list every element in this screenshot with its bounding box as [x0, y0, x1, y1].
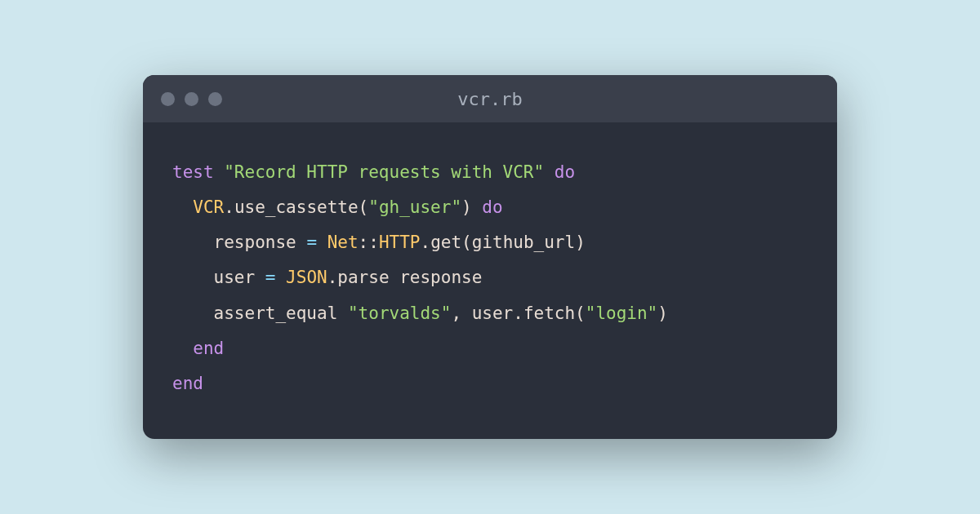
code-line: test "Record HTTP requests with VCR" do [172, 155, 808, 190]
minimize-button[interactable] [185, 92, 198, 106]
code-line: end [172, 366, 808, 401]
window-titlebar: vcr.rb [143, 75, 837, 122]
window-title: vcr.rb [457, 89, 522, 109]
code-line: response = Net::HTTP.get(github_url) [172, 225, 808, 260]
close-button[interactable] [161, 92, 175, 106]
traffic-lights [161, 92, 222, 106]
code-line: VCR.use_cassette("gh_user") do [172, 190, 808, 225]
code-line: end [172, 331, 808, 366]
editor-window: vcr.rb test "Record HTTP requests with V… [143, 75, 837, 438]
maximize-button[interactable] [208, 92, 222, 106]
code-line: user = JSON.parse response [172, 260, 808, 295]
code-area[interactable]: test "Record HTTP requests with VCR" do … [143, 122, 837, 438]
code-line: assert_equal "torvalds", user.fetch("log… [172, 296, 808, 331]
